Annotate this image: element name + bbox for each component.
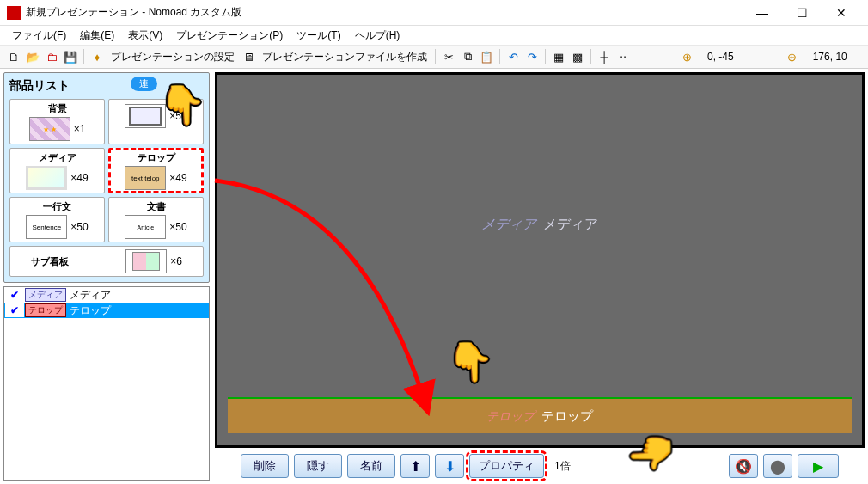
menu-presentation[interactable]: プレゼンテーション(P) — [169, 27, 290, 45]
stop-icon[interactable]: ⬤ — [763, 454, 792, 478]
part-thumb-icon — [26, 166, 67, 190]
layer-tag: メディア — [25, 288, 66, 302]
separator — [499, 49, 500, 64]
part-thumb-icon: Sentence — [26, 215, 67, 239]
parts-toggle[interactable]: 連 — [131, 77, 157, 91]
part-thumb-icon: text telop — [125, 166, 166, 190]
canvas-telop-bar[interactable]: テロップ テロップ — [228, 397, 852, 433]
part-slot-背景[interactable]: 背景×1 — [9, 99, 105, 144]
move-up-button[interactable]: ⬆ — [400, 454, 430, 478]
layer-visible-check[interactable]: ✔ — [5, 303, 24, 317]
canvas-media-placeholder[interactable]: メディア メディア — [481, 215, 598, 233]
layer-row[interactable]: ✔メディアメディア — [4, 287, 209, 303]
part-count: ×50 — [169, 221, 186, 233]
part-thumb-icon — [125, 104, 166, 128]
maximize-button[interactable]: ☐ — [782, 1, 822, 25]
toolbar: 🗋 📂 🗀 💾 ♦ プレゼンテーションの設定 🖥 プレゼンテーションファイルを作… — [0, 45, 868, 69]
part-thumb-icon — [125, 249, 167, 273]
part-slot-テロップ[interactable]: テロップtext telop×49 — [108, 148, 204, 193]
part-count: ×6 — [170, 255, 182, 267]
target2-icon[interactable]: ⊕ — [784, 48, 801, 65]
part-label: サブ看板 — [31, 255, 69, 268]
mute-icon[interactable]: 🔇 — [729, 454, 758, 478]
play-button[interactable]: ▶ — [798, 454, 839, 478]
part-slot-1[interactable]: ×50 — [108, 99, 204, 144]
separator — [83, 49, 84, 64]
grid-dense-icon[interactable]: ▩ — [569, 48, 586, 65]
layer-name: テロップ — [70, 303, 111, 318]
menu-help[interactable]: ヘルプ(H) — [348, 27, 407, 45]
hide-button[interactable]: 隠す — [294, 454, 342, 478]
layer-list[interactable]: ✔メディアメディア✔テロップテロップ — [3, 286, 210, 481]
menu-file[interactable]: ファイル(F) — [5, 27, 73, 45]
part-label: メディア — [13, 151, 101, 164]
layer-tag: テロップ — [25, 303, 66, 317]
cut-icon[interactable]: ✂ — [440, 48, 457, 65]
window-title: 新規プレゼンテーション - Nomoad カスタム版 — [26, 5, 743, 20]
part-slot-sub[interactable]: サブ看板×6 — [9, 246, 204, 277]
part-label: テロップ — [112, 151, 200, 164]
part-label: 背景 — [13, 102, 101, 115]
menu-edit[interactable]: 編集(E) — [73, 27, 121, 45]
name-button[interactable]: 名前 — [347, 454, 395, 478]
layer-visible-check[interactable]: ✔ — [4, 289, 25, 301]
delete-button[interactable]: 削除 — [241, 454, 289, 478]
align-icon[interactable]: ‧‧ — [614, 48, 632, 65]
close-button[interactable]: ✕ — [822, 1, 861, 25]
move-down-button[interactable]: ⬇ — [435, 454, 464, 478]
open-icon[interactable]: 📂 — [24, 48, 41, 65]
new-icon[interactable]: 🗋 — [5, 48, 22, 65]
paste-icon[interactable]: 📋 — [478, 48, 495, 65]
layer-row[interactable]: ✔テロップテロップ — [4, 303, 209, 318]
close-file-icon[interactable]: 🗀 — [43, 48, 60, 65]
titlebar: 新規プレゼンテーション - Nomoad カスタム版 — ☐ ✕ — [0, 0, 868, 26]
copy-icon[interactable]: ⧉ — [459, 48, 476, 65]
undo-icon[interactable]: ↶ — [504, 48, 522, 65]
layer-name: メディア — [70, 288, 111, 303]
part-thumb-icon — [29, 117, 70, 141]
grid-icon[interactable]: ▦ — [550, 48, 567, 65]
monitor-icon[interactable]: 🖥 — [240, 48, 257, 65]
bottom-toolbar: 削除 隠す 名前 ⬆ ⬇ プロパティ 1倍 🔇 ⬤ ▶ — [215, 451, 865, 481]
parts-panel: 部品リスト 連 背景×1×50メディア×49テロップtext telop×49一… — [3, 72, 210, 283]
part-count: ×49 — [169, 172, 186, 184]
separator — [590, 49, 591, 64]
part-count: ×49 — [70, 172, 88, 184]
menubar: ファイル(F) 編集(E) 表示(V) プレゼンテーション(P) ツール(T) … — [0, 26, 868, 45]
part-slot-一行文[interactable]: 一行文Sentence×50 — [9, 197, 105, 242]
coord-1: 0, -45 — [704, 51, 737, 63]
app-icon — [7, 6, 21, 20]
part-label: 一行文 — [13, 200, 101, 213]
create-presentation-file-button[interactable]: プレゼンテーションファイルを作成 — [259, 50, 431, 64]
wizard-icon[interactable]: ♦ — [89, 48, 106, 65]
part-slot-文書[interactable]: 文書Article×50 — [108, 197, 204, 242]
presentation-settings-button[interactable]: プレゼンテーションの設定 — [107, 50, 238, 64]
menu-tool[interactable]: ツール(T) — [290, 27, 347, 45]
target1-icon[interactable]: ⊕ — [678, 48, 695, 65]
save-icon[interactable]: 💾 — [62, 48, 79, 65]
parts-title: 部品リスト — [9, 78, 204, 94]
property-button[interactable]: プロパティ — [469, 454, 544, 478]
part-slot-メディア[interactable]: メディア×49 — [9, 148, 105, 193]
zoom-label: 1倍 — [554, 459, 571, 474]
part-count: ×50 — [70, 221, 88, 233]
part-thumb-icon: Article — [125, 215, 166, 239]
separator — [545, 49, 546, 64]
canvas[interactable]: メディア メディア テロップ テロップ — [215, 72, 865, 448]
part-label: 文書 — [112, 200, 200, 213]
coord-2: 176, 10 — [810, 51, 851, 63]
part-count: ×1 — [74, 123, 86, 135]
minimize-button[interactable]: — — [743, 1, 782, 25]
menu-view[interactable]: 表示(V) — [121, 27, 169, 45]
redo-icon[interactable]: ↷ — [523, 48, 541, 65]
separator — [435, 49, 436, 64]
crosshair-icon[interactable]: ┼ — [596, 48, 613, 65]
part-count: ×50 — [169, 110, 186, 122]
